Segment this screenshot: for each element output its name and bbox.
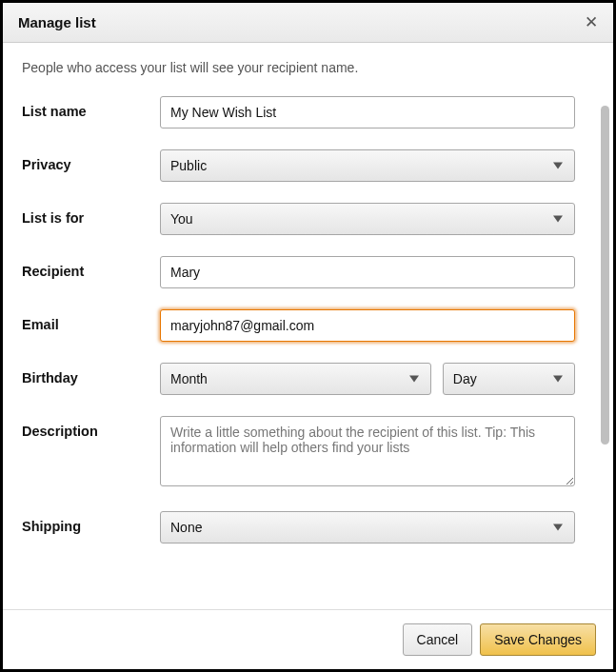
description-textarea[interactable] — [160, 416, 575, 486]
list-is-for-select[interactable]: You — [160, 203, 575, 235]
label-recipient: Recipient — [22, 256, 160, 279]
row-list-name: List name — [22, 96, 594, 128]
scrollbar-thumb[interactable] — [601, 106, 609, 445]
row-shipping: Shipping None — [22, 511, 594, 544]
dialog-title: Manage list — [18, 14, 96, 30]
row-list-is-for: List is for You — [22, 203, 594, 235]
label-list-name: List name — [22, 96, 160, 119]
privacy-select[interactable]: Public — [160, 149, 575, 182]
label-description: Description — [22, 416, 160, 439]
save-button[interactable]: Save Changes — [480, 623, 596, 656]
dialog-footer: Cancel Save Changes — [3, 609, 613, 669]
email-input[interactable] — [160, 309, 575, 342]
shipping-select[interactable]: None — [160, 511, 575, 544]
label-birthday: Birthday — [22, 363, 160, 385]
row-description: Description — [22, 416, 594, 490]
birthday-month-select[interactable]: Month — [160, 363, 431, 395]
birthday-day-select[interactable]: Day — [443, 363, 575, 395]
info-text: People who access your list will see you… — [22, 60, 594, 75]
dialog-header: Manage list ✕ — [3, 3, 613, 43]
recipient-input[interactable] — [160, 256, 575, 288]
label-shipping: Shipping — [22, 511, 160, 534]
row-recipient: Recipient — [22, 256, 594, 288]
list-name-input[interactable] — [160, 96, 575, 128]
label-list-is-for: List is for — [22, 203, 160, 226]
label-email: Email — [22, 309, 160, 332]
close-icon[interactable]: ✕ — [585, 14, 598, 30]
row-email: Email — [22, 309, 594, 342]
row-privacy: Privacy Public — [22, 149, 594, 182]
label-privacy: Privacy — [22, 149, 160, 172]
cancel-button[interactable]: Cancel — [403, 623, 473, 656]
dialog-body: People who access your list will see you… — [3, 43, 613, 585]
row-birthday: Birthday Month Day — [22, 363, 594, 395]
